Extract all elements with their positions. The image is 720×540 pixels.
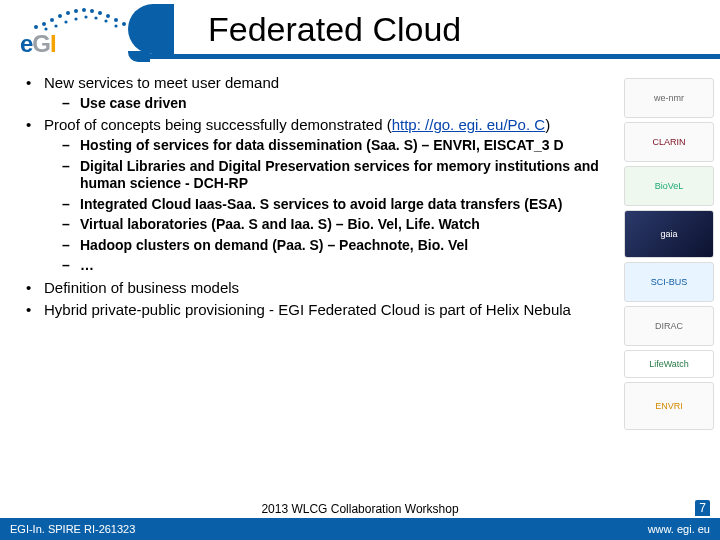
logo-envri: ENVRI	[624, 382, 714, 430]
svg-point-9	[106, 14, 110, 18]
bullet-text: Proof of concepts being successfully dem…	[44, 116, 392, 133]
svg-point-1	[42, 22, 46, 26]
logo-clarin: CLARIN	[624, 122, 714, 162]
bullet-hybrid: Hybrid private-public provisioning - EGI…	[26, 301, 612, 320]
egi-logo-text: eGI	[20, 30, 56, 58]
subbullet-hosting: Hosting of services for data disseminati…	[44, 137, 612, 155]
svg-point-18	[104, 19, 107, 22]
title-bar: Federated Cloud	[150, 4, 720, 54]
svg-point-13	[54, 24, 57, 27]
bullet-text: )	[545, 116, 550, 133]
svg-point-0	[34, 25, 38, 29]
svg-point-8	[98, 11, 102, 15]
subbullet-integrated-cloud: Integrated Cloud Iaas-Saa. S services to…	[44, 196, 612, 214]
logo-biovel: BioVeL	[624, 166, 714, 206]
logo-gaia: gaia	[624, 210, 714, 258]
svg-point-10	[114, 18, 118, 22]
svg-point-5	[74, 9, 78, 13]
bullet-poc: Proof of concepts being successfully dem…	[26, 116, 612, 274]
svg-point-6	[82, 8, 86, 12]
svg-point-16	[84, 15, 87, 18]
slide-footer: 2013 WLCG Collaboration Workshop 7 EGI-I…	[0, 498, 720, 540]
bullet-new-services: New services to meet user demand Use cas…	[26, 74, 612, 112]
subbullet-digital-libraries: Digital Libraries and Digital Preservati…	[44, 158, 612, 193]
partner-logos-column: we-nmr CLARIN BioVeL gaia SCI-BUS DIRAC …	[614, 78, 714, 430]
subbullet-ellipsis: …	[44, 257, 612, 275]
page-title: Federated Cloud	[208, 10, 461, 49]
svg-point-15	[74, 17, 77, 20]
svg-point-17	[94, 16, 97, 19]
logo-we-nmr: we-nmr	[624, 78, 714, 118]
footer-center-text: 2013 WLCG Collaboration Workshop	[0, 502, 720, 518]
svg-point-19	[114, 24, 117, 27]
subbullet-virtual-labs: Virtual laboratories (Paa. S and Iaa. S)…	[44, 216, 612, 234]
slide-body: New services to meet user demand Use cas…	[26, 74, 612, 486]
slide-header: eGI Federated Cloud	[0, 0, 720, 68]
svg-point-14	[64, 20, 67, 23]
svg-point-2	[50, 18, 54, 22]
svg-point-3	[58, 14, 62, 18]
subbullet-hadoop: Hadoop clusters on demand (Paa. S) – Pea…	[44, 237, 612, 255]
poc-link[interactable]: http: //go. egi. eu/Po. C	[392, 116, 545, 133]
logo-dirac: DIRAC	[624, 306, 714, 346]
logo-scibus: SCI-BUS	[624, 262, 714, 302]
footer-right-link[interactable]: www. egi. eu	[648, 523, 710, 535]
svg-point-4	[66, 11, 70, 15]
svg-point-7	[90, 9, 94, 13]
bullet-text: New services to meet user demand	[44, 74, 279, 91]
logo-lifewatch: LifeWatch	[624, 350, 714, 378]
bullet-business-models: Definition of business models	[26, 279, 612, 298]
svg-point-11	[122, 22, 126, 26]
page-number: 7	[695, 500, 710, 516]
subbullet-use-case: Use case driven	[44, 95, 612, 113]
footer-bar: EGI-In. SPIRE RI-261323 www. egi. eu	[0, 518, 720, 540]
title-underline	[150, 54, 720, 59]
footer-left-text: EGI-In. SPIRE RI-261323	[10, 523, 135, 535]
